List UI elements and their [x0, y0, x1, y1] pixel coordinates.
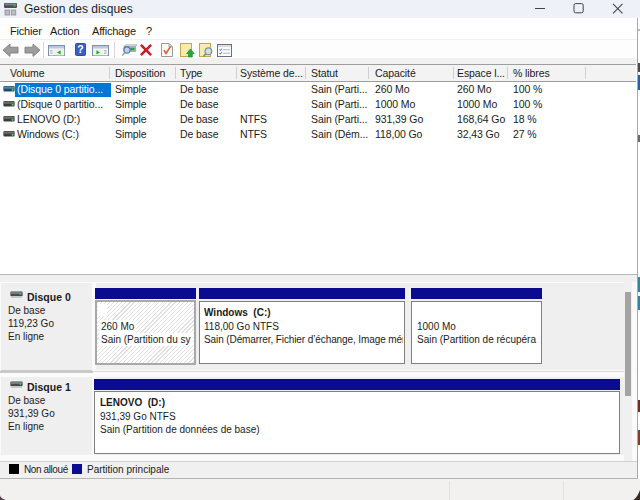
- svg-text:?: ?: [77, 43, 83, 55]
